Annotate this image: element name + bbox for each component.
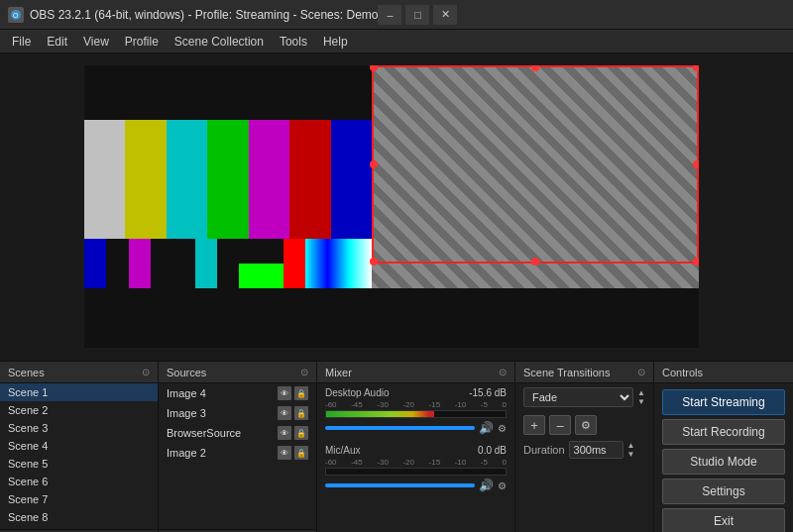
transition-add-button[interactable]: +: [523, 415, 545, 435]
source-lock-icon-3[interactable]: 🔒: [294, 426, 308, 440]
desktop-audio-controls: 🔊 ⚙: [325, 421, 507, 435]
duration-input[interactable]: [569, 441, 623, 459]
desktop-audio-meter-fill: [326, 411, 434, 417]
desktop-audio-channel: Desktop Audio -15.6 dB -60-45-30-20-15-1…: [317, 383, 514, 441]
source-eye-icon-3[interactable]: 👁: [278, 426, 291, 440]
preview-canvas[interactable]: [84, 65, 699, 348]
sources-panel-title: Sources: [167, 367, 206, 378]
exit-button[interactable]: Exit: [662, 508, 785, 532]
scene-item-4[interactable]: Scene 4: [0, 437, 158, 455]
svg-text:O: O: [13, 12, 19, 19]
source-eye-icon-2[interactable]: 👁: [278, 406, 291, 420]
minimize-button[interactable]: –: [378, 5, 401, 25]
controls-panel: Controls Start Streaming Start Recording…: [654, 362, 793, 532]
desktop-audio-db: -15.6 dB: [469, 387, 507, 398]
source-image4[interactable]: Image 4 👁 🔒: [159, 383, 316, 403]
sources-list: Image 4 👁 🔒 Image 3 👁 🔒 BrowserSource 👁 …: [159, 383, 316, 529]
scenes-panel-icon[interactable]: ⊙: [142, 367, 150, 377]
settings-button[interactable]: Settings: [662, 479, 785, 504]
controls-panel-header: Controls: [654, 362, 793, 383]
desktop-audio-mute-icon[interactable]: 🔊: [479, 421, 494, 435]
desktop-audio-volume-slider[interactable]: [325, 426, 475, 430]
desktop-audio-scale: -60-45-30-20-15-10-50: [325, 400, 507, 409]
sources-panel-icon[interactable]: ⊙: [300, 367, 308, 377]
title-bar: O OBS 23.2.1 (64-bit, windows) - Profile…: [0, 0, 793, 30]
transitions-panel-title: Scene Transitions: [523, 367, 610, 378]
mic-aux-settings-icon[interactable]: ⚙: [498, 480, 507, 491]
dark-overlay: [84, 65, 372, 120]
menu-scene-collection[interactable]: Scene Collection: [167, 33, 272, 51]
duration-arrows[interactable]: ▲ ▼: [627, 441, 635, 459]
maximize-button[interactable]: □: [405, 5, 429, 25]
sources-panel-header: Sources ⊙: [159, 362, 316, 383]
transitions-panel-icon[interactable]: ⊙: [637, 367, 645, 377]
mic-aux-controls: 🔊 ⚙: [325, 479, 507, 492]
source-eye-icon[interactable]: 👁: [278, 386, 291, 400]
studio-mode-button[interactable]: Studio Mode: [662, 449, 785, 475]
transitions-panel-header: Scene Transitions ⊙: [515, 362, 653, 383]
scene-item-2[interactable]: Scene 2: [0, 401, 158, 419]
sources-panel: Sources ⊙ Image 4 👁 🔒 Image 3 👁 🔒 Browse…: [159, 362, 317, 532]
source-lock-icon-4[interactable]: 🔒: [294, 446, 308, 460]
source-image3[interactable]: Image 3 👁 🔒: [159, 403, 316, 423]
close-button[interactable]: ✕: [433, 5, 457, 25]
mixer-panel-title: Mixer: [325, 367, 352, 378]
scenes-panel-title: Scenes: [8, 367, 45, 378]
transition-duration-row: Duration ▲ ▼: [515, 439, 653, 461]
scene-item-5[interactable]: Scene 5: [0, 455, 158, 473]
desktop-audio-meter: [325, 410, 507, 418]
smpte-color-bars: [84, 120, 372, 288]
desktop-audio-settings-icon[interactable]: ⚙: [498, 423, 507, 434]
scene-item-6[interactable]: Scene 6: [0, 473, 158, 490]
mixer-panel: Mixer ⊙ Desktop Audio -15.6 dB -60-45-30…: [317, 362, 515, 532]
transition-type-row: Fade Cut Swipe ▲ ▼: [515, 383, 653, 411]
scenes-panel: Scenes ⊙ Scene 1 Scene 2 Scene 3 Scene 4…: [0, 362, 159, 532]
source-browser-label: BrowserSource: [167, 427, 241, 439]
title-bar-text: OBS 23.2.1 (64-bit, windows) - Profile: …: [30, 8, 378, 22]
transition-arrows[interactable]: ▲ ▼: [637, 388, 645, 406]
start-recording-button[interactable]: Start Recording: [662, 419, 785, 445]
controls-panel-title: Controls: [662, 367, 703, 378]
menu-profile[interactable]: Profile: [117, 33, 167, 51]
menu-bar: File Edit View Profile Scene Collection …: [0, 30, 793, 53]
scene-item-1[interactable]: Scene 1: [0, 383, 158, 401]
scenes-list: Scene 1 Scene 2 Scene 3 Scene 4 Scene 5 …: [0, 383, 158, 529]
transitions-panel: Scene Transitions ⊙ Fade Cut Swipe ▲ ▼ +…: [515, 362, 654, 532]
transition-remove-button[interactable]: –: [549, 415, 571, 435]
source-image2-label: Image 2: [167, 447, 206, 459]
source-image4-label: Image 4: [167, 387, 206, 399]
mic-aux-mute-icon[interactable]: 🔊: [479, 479, 494, 492]
menu-file[interactable]: File: [4, 33, 39, 51]
menu-view[interactable]: View: [75, 33, 117, 51]
scene-item-3[interactable]: Scene 3: [0, 419, 158, 437]
source-lock-icon[interactable]: 🔒: [294, 386, 308, 400]
scene-item-8[interactable]: Scene 8: [0, 508, 158, 526]
transition-buttons: + – ⚙: [515, 411, 653, 439]
scenes-panel-header: Scenes ⊙: [0, 362, 158, 383]
source-browser[interactable]: BrowserSource 👁 🔒: [159, 423, 316, 443]
start-streaming-button[interactable]: Start Streaming: [662, 389, 785, 415]
transition-settings-button[interactable]: ⚙: [575, 415, 597, 435]
source-lock-icon-2[interactable]: 🔒: [294, 406, 308, 420]
menu-edit[interactable]: Edit: [39, 33, 75, 51]
preview-area: [0, 53, 793, 361]
transition-type-select[interactable]: Fade Cut Swipe: [523, 387, 633, 407]
mixer-panel-icon[interactable]: ⊙: [499, 367, 507, 377]
preview-bottom-dark: [84, 288, 699, 348]
mic-aux-volume-slider[interactable]: [325, 483, 475, 487]
controls-body: Start Streaming Start Recording Studio M…: [654, 383, 793, 532]
mixer-panel-header: Mixer ⊙: [317, 362, 514, 383]
scene-item-7[interactable]: Scene 7: [0, 490, 158, 508]
mic-aux-scale: -60-45-30-20-15-10-50: [325, 458, 507, 467]
source-eye-icon-4[interactable]: 👁: [278, 446, 291, 460]
desktop-audio-label: Desktop Audio: [325, 387, 390, 398]
mic-aux-label: Mic/Aux: [325, 445, 361, 456]
mic-aux-meter: [325, 468, 507, 476]
menu-tools[interactable]: Tools: [272, 33, 315, 51]
app-icon: O: [8, 7, 24, 23]
panels: Scenes ⊙ Scene 1 Scene 2 Scene 3 Scene 4…: [0, 361, 793, 532]
mic-aux-db: 0.0 dB: [478, 445, 507, 456]
source-image2[interactable]: Image 2 👁 🔒: [159, 443, 316, 463]
menu-help[interactable]: Help: [315, 33, 356, 51]
mic-aux-channel: Mic/Aux 0.0 dB -60-45-30-20-15-10-50 🔊 ⚙: [317, 441, 514, 498]
